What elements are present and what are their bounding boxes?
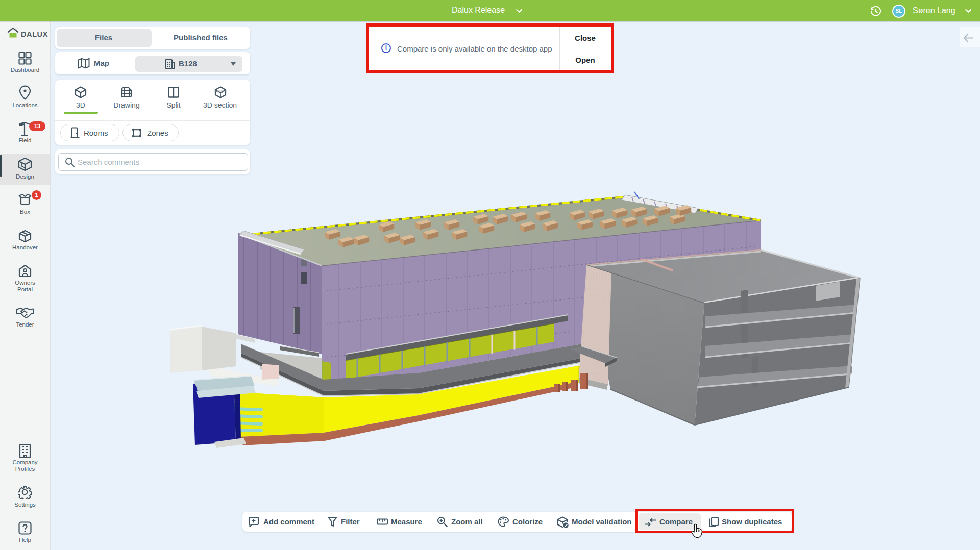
svg-text:DALUX: DALUX (21, 30, 48, 38)
